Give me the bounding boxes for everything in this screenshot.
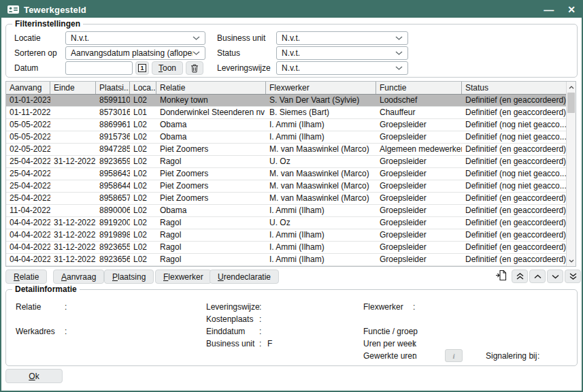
table-cell: U. Oz	[266, 217, 376, 229]
nav-next-button[interactable]	[547, 270, 563, 283]
sorteren-op-label: Sorteren op	[14, 46, 57, 60]
table-row[interactable]: 05-05-20228915736L02ObamaI. Ammi (Ilham)…	[6, 131, 567, 144]
column-header[interactable]: Plaatsi...	[96, 82, 130, 94]
app-icon	[7, 5, 19, 14]
table-cell: Groepsleider	[376, 205, 462, 216]
leveringswijze-select-value: N.v.t.	[282, 63, 300, 73]
info-button[interactable]: i	[445, 349, 463, 362]
table-cell: 05-05-2022	[6, 131, 50, 143]
table-cell: Definitief (en geaccordeerd)	[462, 217, 567, 229]
table-row[interactable]: 05-05-20228869961L02ObamaI. Ammi (Ilham)…	[6, 119, 567, 131]
table-cell: 31-12-2022	[50, 229, 96, 241]
scroll-down-button[interactable]	[567, 256, 576, 265]
business-unit-label: Business unit	[217, 31, 265, 45]
table-row[interactable]: 25-04-20228958644L02Piet ZoomersM. van M…	[6, 180, 567, 193]
clear-filter-button[interactable]	[186, 61, 203, 75]
table-cell: 8923659	[96, 156, 130, 167]
tab-plaatsing[interactable]: Plaatsing	[104, 270, 154, 284]
table-cell: Definitief (en geaccordeerd)	[462, 193, 567, 204]
table-header: AanvangEindePlaatsi...Loca...RelatieFlex…	[6, 82, 567, 95]
detail-uren-per-week-label: Uren per week	[363, 339, 413, 348]
table-row[interactable]: 02-05-20228947285L02Piet ZoomersM. van M…	[6, 144, 567, 156]
scroll-up-button[interactable]	[567, 82, 576, 92]
table-cell: L02	[130, 193, 156, 204]
table-row[interactable]: 04-04-202231-12-20228919898L02RagolI. Am…	[6, 229, 567, 242]
colon: :	[413, 339, 420, 348]
column-header[interactable]: Einde	[50, 82, 96, 94]
open-record-button[interactable]	[495, 270, 507, 281]
table-cell: L02	[130, 242, 156, 253]
chevron-down-icon	[395, 51, 403, 55]
tab-aanvraag[interactable]: Aanvraag	[53, 270, 104, 284]
close-button[interactable]: ✕	[567, 5, 576, 14]
nav-previous-button[interactable]	[529, 270, 546, 283]
toon-button[interactable]: Toon	[152, 61, 183, 75]
colon: :	[65, 327, 71, 336]
column-header[interactable]: Loca...	[130, 82, 156, 94]
tab-relatie[interactable]: Relatie	[5, 270, 47, 284]
colon: :	[259, 302, 266, 312]
table-cell: 25-04-2022	[6, 168, 50, 180]
table-cell: 04-04-2022	[6, 229, 50, 241]
tab-urendeclaratie[interactable]: Urendeclaratie	[210, 270, 279, 284]
detail-gewerkte-uren-label: Gewerkte uren	[363, 351, 413, 361]
chevron-down-icon	[395, 36, 403, 40]
detail-business-unit-label: Business unit	[206, 339, 259, 348]
minimize-button[interactable]: —	[544, 5, 554, 15]
table-cell: M. van Maaswinkel (Marco)	[266, 193, 376, 204]
chevron-down-icon	[193, 51, 200, 55]
table-cell: 25-04-2022	[6, 193, 50, 204]
status-select[interactable]: N.v.t.	[276, 46, 408, 60]
table-cell: Definitief (nog niet geacco...	[462, 168, 567, 180]
chevron-up-icon	[569, 86, 574, 89]
table-cell: I. Ammi (Ilham)	[266, 119, 376, 131]
table-row[interactable]: 04-04-202231-12-20228923655L02RagolI. Am…	[6, 242, 567, 254]
table-row[interactable]: 01-01-20238599110L02Monkey townS. Van De…	[6, 95, 567, 107]
detail-functie-groep-label: Functie / groep	[363, 327, 418, 336]
placements-table: AanvangEindePlaatsi...Loca...RelatieFlex…	[5, 81, 576, 267]
table-cell	[50, 168, 96, 180]
table-row[interactable]: 11-04-20228890006L02ObamaI. Ammi (Ilham)…	[6, 205, 567, 217]
colon: :	[413, 302, 420, 312]
datum-label: Datum	[14, 61, 38, 75]
table-cell: Definitief (nog niet geacco...	[462, 119, 567, 131]
tab-flexwerker[interactable]: Flexwerker	[155, 270, 212, 284]
table-row[interactable]: 04-04-202231-12-20228923656L02RagolI. Am…	[6, 254, 567, 266]
table-cell	[50, 180, 96, 192]
table-row[interactable]: 25-04-20228958643L02Piet ZoomersM. van M…	[6, 168, 567, 180]
table-cell: 8923655	[96, 242, 130, 253]
business-unit-select[interactable]: N.v.t.	[276, 31, 408, 45]
table-cell: I. Ammi (Ilham)	[266, 254, 376, 265]
vertical-scrollbar[interactable]	[566, 82, 576, 266]
detail-signalering-bij-label: Signalering bij	[486, 351, 537, 361]
column-header[interactable]: Relatie	[156, 82, 266, 94]
table-cell: I. Ammi (Ilham)	[266, 229, 376, 241]
table-cell: Groepsleider	[376, 131, 462, 143]
colon: :	[65, 302, 71, 312]
leveringswijze-select[interactable]: N.v.t.	[276, 61, 408, 75]
nav-first-button[interactable]	[512, 270, 528, 283]
sorteren-op-select[interactable]: Aanvangsdatum plaatsing (aflopend)	[65, 46, 205, 60]
table-cell: L02	[130, 119, 156, 131]
table-row[interactable]: 04-04-202231-12-20228919200L02RagolU. Oz…	[6, 217, 567, 229]
locatie-select[interactable]: N.v.t.	[65, 31, 205, 45]
datum-input[interactable]	[65, 61, 133, 75]
detail-business-unit: Business unit : F	[206, 339, 272, 348]
table-cell: Groepsleider	[376, 217, 462, 229]
calendar-button[interactable]: 1	[135, 61, 149, 75]
column-header[interactable]: Aanvang	[6, 82, 50, 94]
table-row[interactable]: 01-11-20228573016L01Donderwinkel Steende…	[6, 107, 567, 119]
table-cell: Obama	[156, 205, 266, 216]
table-cell: Definitief (en geaccordeerd)	[462, 144, 567, 155]
column-header[interactable]: Flexwerker	[266, 82, 376, 94]
ok-button[interactable]: Ok	[5, 369, 63, 383]
table-cell: Piet Zoomers	[156, 168, 266, 180]
nav-last-button[interactable]	[565, 270, 581, 283]
column-header[interactable]: Status	[462, 82, 567, 94]
table-row[interactable]: 25-04-202231-12-20228923659L02RagolU. Oz…	[6, 156, 567, 168]
table-row[interactable]: 25-04-20228958657L02Piet ZoomersM. van M…	[6, 193, 567, 205]
scrollbar-thumb[interactable]	[567, 93, 575, 113]
table-cell: M. van Maaswinkel (Marco)	[266, 144, 376, 155]
column-header[interactable]: Functie	[376, 82, 462, 94]
colon: :	[259, 314, 266, 324]
